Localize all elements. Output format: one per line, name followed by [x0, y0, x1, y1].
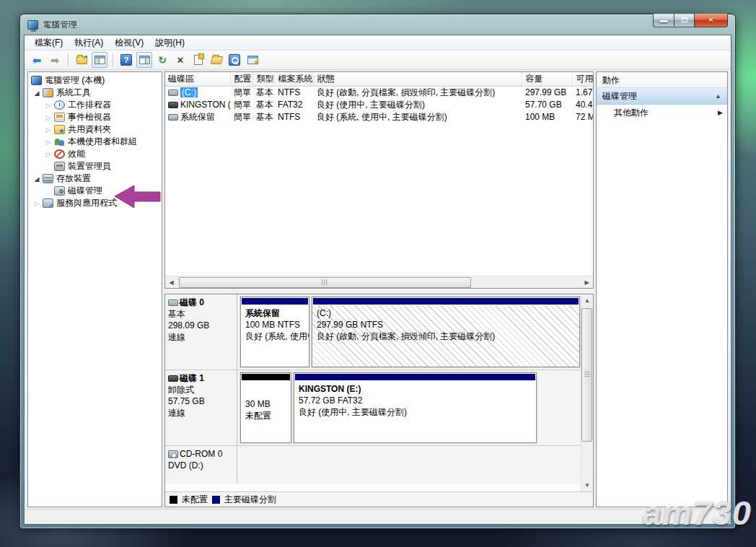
services-applications-icon	[43, 198, 53, 208]
console-settings-icon	[247, 56, 258, 64]
menubar: 檔案(F) 執行(A) 檢視(V) 說明(H)	[25, 35, 731, 51]
cdrom-empty-area	[237, 446, 581, 483]
tree-item-storage[interactable]: ◢ 存放裝置	[28, 172, 162, 185]
partition-unallocated[interactable]: 30 MB 未配置	[240, 372, 291, 443]
export-list-button[interactable]: ↗	[74, 52, 89, 68]
scroll-right-icon[interactable]: ▶	[581, 276, 593, 289]
volume-row-system-reserved[interactable]: 系統保留 簡單 基本 NTFS 良好 (系統, 使用中, 主要磁碟分割) 100…	[165, 111, 594, 123]
delete-button[interactable]: ✕	[172, 52, 188, 68]
more-actions-item[interactable]: 其他動作 ▶	[597, 105, 727, 121]
device-manager-icon	[54, 162, 65, 171]
console-settings-button[interactable]	[245, 52, 260, 68]
toolbar: ⬅ ➡ ↗ ? ↻ ✕	[25, 51, 731, 70]
collapsed-icon[interactable]: ▷	[43, 114, 54, 121]
collapsed-icon[interactable]: ▷	[31, 200, 43, 207]
collapsed-icon[interactable]: ▷	[43, 151, 54, 158]
col-header-status[interactable]: 狀態	[314, 72, 522, 86]
menu-help[interactable]: 說明(H)	[149, 35, 190, 51]
delete-icon: ✕	[177, 55, 185, 66]
partition-system-reserved[interactable]: 系統保留 100 MB NTFS 良好 (系統, 使用中, 主	[240, 297, 309, 367]
cdrom-0-label[interactable]: CD-ROM 0 DVD (D:)	[165, 446, 237, 483]
removable-disk-icon	[168, 375, 178, 382]
horizontal-scrollbar[interactable]: ◀ ▶	[165, 276, 593, 288]
scroll-up-icon[interactable]: ▲	[581, 294, 593, 307]
expanded-icon[interactable]: ◢	[31, 89, 43, 97]
drive-icon	[168, 114, 178, 121]
forward-button[interactable]: ➡	[47, 52, 63, 68]
menu-view[interactable]: 檢視(V)	[109, 35, 149, 51]
disk-0-label[interactable]: 磁碟 0 基本 298.09 GB 連線	[165, 294, 237, 369]
col-header-layout[interactable]: 配置	[231, 72, 253, 86]
menu-action[interactable]: 執行(A)	[69, 35, 109, 51]
collapse-section-icon[interactable]: ▲	[715, 92, 721, 100]
tree-item-computer-management[interactable]: 電腦管理 (本機)	[28, 74, 162, 87]
action-pane-toggle-button[interactable]	[136, 52, 152, 68]
tree-item-performance[interactable]: ▷ 效能	[28, 148, 162, 160]
scroll-down-icon[interactable]: ▼	[581, 479, 593, 491]
expanded-icon[interactable]: ◢	[31, 175, 43, 183]
refresh-button[interactable]: ↻	[154, 52, 170, 68]
watermark: am730	[643, 493, 752, 533]
col-header-capacity[interactable]: 容量	[522, 72, 573, 86]
close-button[interactable]: ✕	[695, 14, 728, 27]
export-list-icon: ↗	[76, 56, 87, 64]
action-pane-icon	[139, 56, 150, 64]
status-bar	[25, 509, 731, 524]
volume-row-c[interactable]: (C:) 簡單 基本 NTFS 良好 (啟動, 分頁檔案, 損毀傾印, 主要磁碟…	[165, 86, 594, 99]
properties-icon	[194, 55, 203, 65]
col-header-filesystem[interactable]: 檔案系統	[275, 72, 314, 86]
collapsed-icon[interactable]: ▷	[43, 139, 54, 146]
open-button[interactable]	[208, 52, 224, 68]
drive-icon	[168, 89, 178, 96]
col-header-volume[interactable]: 磁碟區	[165, 72, 231, 86]
titlebar[interactable]: 電腦管理 ▬ ✕	[20, 14, 735, 35]
open-folder-icon	[210, 56, 222, 64]
storage-icon	[43, 174, 53, 183]
tree-item-task-scheduler[interactable]: ▷ 工作排程器	[28, 99, 162, 111]
partition-c-selected[interactable]: (C:) 297.99 GB NTFS 良好 (啟動, 分頁檔案, 損毀傾印, …	[312, 297, 580, 367]
find-icon	[229, 54, 240, 66]
toolbar-separator	[113, 53, 113, 66]
disk-management-icon	[54, 186, 65, 196]
tree-item-device-manager[interactable]: 裝置管理員	[28, 160, 162, 172]
menu-file[interactable]: 檔案(F)	[29, 35, 69, 51]
annotation-arrow	[115, 185, 161, 208]
scroll-left-icon[interactable]: ◀	[165, 276, 177, 289]
vertical-scrollbar[interactable]: ▲ ▼	[581, 294, 593, 491]
volume-row-kingston[interactable]: KINGSTON (E:) 簡單 基本 FAT32 良好 (使用中, 主要磁碟分…	[165, 99, 594, 111]
col-header-free[interactable]: 可用	[573, 72, 594, 86]
disk-icon	[168, 299, 178, 306]
shared-folders-icon	[54, 125, 65, 134]
collapsed-icon[interactable]: ▷	[43, 102, 54, 109]
find-button[interactable]	[227, 52, 242, 68]
unallocated-legend-swatch	[170, 496, 177, 504]
help-button[interactable]: ?	[118, 52, 134, 68]
actions-header: 動作	[597, 72, 727, 88]
maximize-button[interactable]	[674, 14, 695, 27]
volume-list-empty-area	[165, 123, 593, 276]
tree-item-local-users-groups[interactable]: ▷ 本機使用者和群組	[28, 136, 162, 148]
performance-icon	[54, 149, 65, 159]
cdrom-icon	[168, 450, 178, 458]
action-pane: 動作 磁碟管理 ▲ 其他動作 ▶	[596, 71, 728, 507]
col-header-type[interactable]: 類型	[253, 72, 275, 86]
disk-management-actions-section[interactable]: 磁碟管理 ▲	[597, 88, 727, 105]
disk-1-label[interactable]: 磁碟 1 卸除式 57.75 GB 連線	[165, 370, 237, 445]
back-button[interactable]: ⬅	[29, 52, 45, 68]
horizontal-scrollbar-thumb[interactable]	[179, 277, 471, 288]
tree-item-event-viewer[interactable]: ▷ 事件檢視器	[28, 111, 162, 123]
vertical-scrollbar-thumb[interactable]	[581, 308, 592, 442]
primary-partition-bar	[295, 374, 535, 380]
partition-kingston[interactable]: KINGSTON (E:) 57.72 GB FAT32 良好 (使用中, 主要…	[294, 372, 537, 443]
tree-item-shared-folders[interactable]: ▷ 共用資料夾	[28, 123, 162, 136]
maximize-icon	[682, 17, 687, 22]
collapsed-icon[interactable]: ▷	[43, 126, 54, 134]
computer-management-app-icon	[27, 20, 38, 30]
tree-item-system-tools[interactable]: ◢ 系統工具	[28, 87, 162, 99]
minimize-button[interactable]: ▬	[653, 14, 674, 27]
task-scheduler-icon	[54, 100, 65, 110]
console-tree-toggle-button[interactable]	[92, 52, 107, 68]
properties-button[interactable]	[190, 52, 206, 68]
unallocated-bar	[242, 374, 290, 380]
back-icon: ⬅	[32, 55, 42, 66]
